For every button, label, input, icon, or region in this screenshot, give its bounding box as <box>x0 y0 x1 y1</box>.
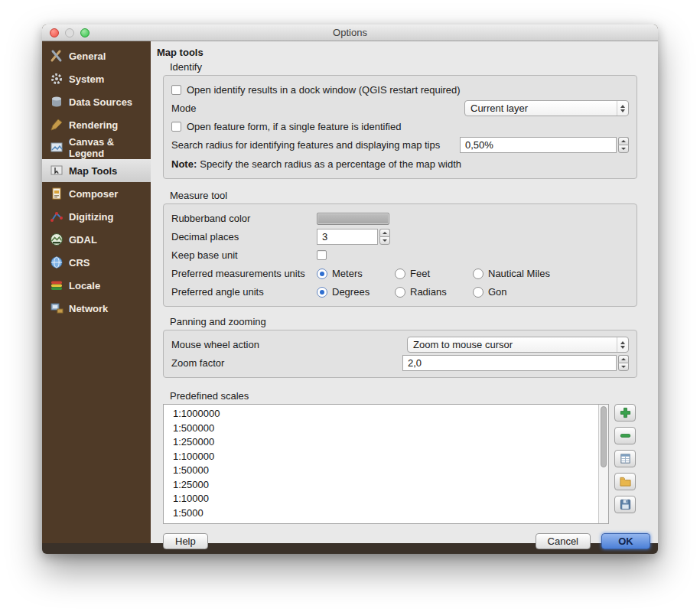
sidebar-item-crs[interactable]: CRS <box>42 251 151 274</box>
radio-radians[interactable]: Radians <box>395 286 473 298</box>
radio-label: Radians <box>410 286 447 298</box>
gdal-icon <box>50 233 63 246</box>
remove-scale-button[interactable] <box>614 427 636 444</box>
list-item[interactable]: 1:5000 <box>164 506 608 521</box>
radio-label: Meters <box>332 268 363 279</box>
decimal-places-stepper[interactable] <box>379 229 390 245</box>
radio-nautical-miles[interactable]: Nautical Miles <box>473 268 550 279</box>
mouse-wheel-value: Zoom to mouse cursor <box>413 339 513 350</box>
rubberband-row: Rubberband color <box>171 210 629 226</box>
list-item[interactable]: 1:50000 <box>164 464 608 478</box>
composer-icon <box>50 187 63 200</box>
radio-meters[interactable]: Meters <box>317 268 395 279</box>
stepper-up-icon[interactable] <box>618 355 629 363</box>
ok-button[interactable]: OK <box>601 533 650 549</box>
stepper-down-icon[interactable] <box>618 145 629 153</box>
radio-gon[interactable]: Gon <box>473 286 507 298</box>
sidebar-item-general[interactable]: General <box>42 44 151 67</box>
sidebar-item-label: Composer <box>69 188 118 200</box>
radio-label: Gon <box>488 286 507 298</box>
dialog-footer: Help Cancel OK <box>163 533 650 549</box>
angle-units-label: Preferred angle units <box>171 286 317 298</box>
floppy-save-icon <box>620 499 631 510</box>
sidebar-item-label: GDAL <box>69 234 97 246</box>
radio-button-icon[interactable] <box>317 269 327 279</box>
identify-mode-dropdown[interactable]: Current layer <box>464 100 629 116</box>
sidebar-item-data-sources[interactable]: Data Sources <box>42 90 151 113</box>
decimal-places-input[interactable] <box>317 229 378 245</box>
radio-button-icon[interactable] <box>395 269 405 279</box>
sidebar-item-map-tools[interactable]: Map Tools <box>42 159 151 182</box>
scales-list[interactable]: 1:1000000 1:500000 1:250000 1:100000 1:5… <box>163 404 609 524</box>
list-item[interactable]: 1:10000 <box>164 492 608 506</box>
minimize-window-icon[interactable] <box>65 28 74 37</box>
sidebar-item-gdal[interactable]: GDAL <box>42 228 151 251</box>
radio-button-icon[interactable] <box>473 287 483 298</box>
traffic-lights <box>50 28 90 37</box>
radio-feet[interactable]: Feet <box>395 268 473 279</box>
sidebar-item-label: System <box>69 73 104 85</box>
save-scales-button[interactable] <box>614 496 636 513</box>
settings-sidebar: General System Data Sources Rendering Ca… <box>42 41 151 543</box>
angle-units-row: Preferred angle units Degrees Radians Go… <box>171 284 629 300</box>
list-item[interactable]: 1:500000 <box>164 422 608 436</box>
titlebar[interactable]: Options <box>42 24 658 41</box>
measurement-units-row: Preferred measurements units Meters Feet… <box>171 265 629 282</box>
map-tools-icon <box>50 164 63 177</box>
page-title: Map tools <box>157 47 658 58</box>
stepper-up-icon[interactable] <box>618 137 629 145</box>
panning-section: Panning and zooming Mouse wheel action Z… <box>163 316 637 378</box>
radio-button-icon[interactable] <box>395 287 405 298</box>
list-item[interactable]: 1:1000000 <box>164 407 608 422</box>
sidebar-item-system[interactable]: System <box>42 67 151 90</box>
list-item[interactable]: 1:100000 <box>164 450 608 464</box>
feature-form-checkbox[interactable] <box>171 122 181 132</box>
note-text: Specify the search radius as a percentag… <box>200 158 461 170</box>
rubberband-color-button[interactable] <box>317 213 389 225</box>
zoom-factor-stepper[interactable] <box>618 355 629 371</box>
radio-label: Nautical Miles <box>488 268 550 279</box>
radio-button-icon[interactable] <box>473 269 483 279</box>
sidebar-item-rendering[interactable]: Rendering <box>42 113 151 136</box>
tools-icon <box>50 49 63 63</box>
identify-mode-value: Current layer <box>470 103 528 114</box>
rubberband-label: Rubberband color <box>171 213 317 224</box>
sidebar-item-composer[interactable]: Composer <box>42 182 151 205</box>
sidebar-item-label: Rendering <box>69 119 118 131</box>
help-button[interactable]: Help <box>163 533 208 549</box>
table-icon <box>620 453 631 464</box>
sidebar-item-network[interactable]: Network <box>42 297 151 320</box>
zoom-window-icon[interactable] <box>80 28 90 37</box>
identify-mode-row: Mode Current layer <box>171 100 629 116</box>
sidebar-item-digitizing[interactable]: Digitizing <box>42 205 151 228</box>
stepper-up-icon[interactable] <box>379 229 390 236</box>
cancel-button[interactable]: Cancel <box>536 533 591 549</box>
sidebar-item-locale[interactable]: Locale <box>42 274 151 297</box>
list-item[interactable]: 1:250000 <box>164 435 608 450</box>
stepper-down-icon[interactable] <box>618 363 629 371</box>
search-radius-input[interactable] <box>460 137 617 153</box>
scrollbar-thumb[interactable] <box>601 406 607 467</box>
identify-dock-checkbox[interactable] <box>171 85 181 95</box>
add-scale-button[interactable] <box>614 404 636 422</box>
sidebar-item-label: Digitizing <box>69 211 114 223</box>
zoom-factor-input[interactable] <box>402 355 617 371</box>
import-scales-button[interactable] <box>614 450 636 467</box>
radio-degrees[interactable]: Degrees <box>317 286 395 298</box>
scrollbar[interactable] <box>598 405 608 523</box>
radio-button-icon[interactable] <box>317 287 327 298</box>
sidebar-item-canvas-legend[interactable]: Canvas & Legend <box>42 136 151 159</box>
list-item[interactable]: 1:2500 <box>164 520 608 524</box>
canvas-legend-icon <box>50 141 63 155</box>
minus-icon <box>620 430 631 441</box>
load-scales-button[interactable] <box>614 473 636 490</box>
keep-base-unit-row: Keep base unit <box>171 247 629 263</box>
mouse-wheel-dropdown[interactable]: Zoom to mouse cursor <box>407 337 629 353</box>
map-tools-panel: Map tools Identify Open identify results… <box>151 41 658 543</box>
keep-base-unit-checkbox[interactable] <box>317 250 327 260</box>
close-window-icon[interactable] <box>50 28 59 37</box>
list-item[interactable]: 1:25000 <box>164 478 608 493</box>
search-radius-stepper[interactable] <box>618 137 629 153</box>
stepper-down-icon[interactable] <box>379 236 390 245</box>
sidebar-item-label: Canvas & Legend <box>69 136 151 159</box>
